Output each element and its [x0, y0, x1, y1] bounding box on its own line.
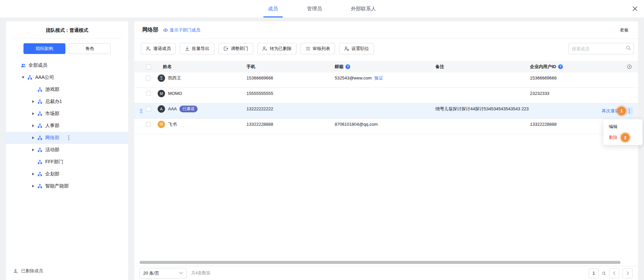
members-panel: 网络部 显示子部门成员 老板 邀请成员 批量导出 调整部门 转为已删除 — [134, 21, 638, 280]
horizontal-scrollbar[interactable] — [140, 261, 621, 264]
table-row[interactable]: 王 凯西王 15366669666 532543@wew.com 验证 1536… — [134, 72, 638, 88]
name-cell: 王 凯西王 — [158, 74, 247, 82]
caret-right-icon[interactable] — [31, 124, 36, 127]
tree-item-planning-dept[interactable]: 企划部 — [6, 168, 128, 180]
dept-title: 网络部 — [142, 26, 158, 34]
row-checkbox[interactable] — [146, 122, 151, 127]
search-input[interactable] — [568, 43, 634, 54]
department-icon — [38, 123, 43, 128]
caret-right-icon[interactable] — [31, 149, 36, 151]
tab-admins[interactable]: 管理员 — [302, 0, 327, 17]
page-size-select[interactable]: 20 条/页 — [140, 268, 186, 279]
move-out-icon — [223, 46, 228, 51]
person-x-icon — [262, 46, 267, 51]
tree-item-label: 活动部 — [45, 147, 59, 153]
more-icon[interactable] — [68, 135, 69, 141]
tab-external-contacts[interactable]: 外部联系人 — [346, 0, 381, 17]
row-more-button[interactable] — [626, 107, 633, 115]
show-sub-dept-label: 显示子部门成员 — [170, 27, 200, 33]
member-name: AAA — [168, 106, 177, 111]
column-header-user-id: 企业内用户ID ? — [530, 64, 631, 70]
column-settings-icon[interactable] — [627, 64, 632, 69]
move-to-deleted-button[interactable]: 转为已删除 — [257, 43, 297, 54]
deleted-members-entry[interactable]: 已删除成员 — [6, 262, 128, 280]
tree-item-smart-capacity-dept[interactable]: 智能产能部 — [6, 180, 128, 192]
menu-item-delete[interactable]: 删除 2 — [603, 132, 642, 143]
chevron-right-icon — [627, 271, 629, 275]
set-position-button[interactable]: 设置职位 — [339, 43, 374, 54]
email-header-label: 邮箱 — [335, 64, 343, 70]
tree-item-fff-dept[interactable]: FFF部门 — [6, 156, 128, 168]
department-tree: 全部成员 AAA公司 游戏部 总裁办1 — [6, 56, 128, 262]
chevron-down-icon — [179, 272, 183, 274]
tree-item-label: FFF部门 — [45, 159, 63, 165]
table-row-selected[interactable]: A AAA 已邀请 13222222222 绕弯儿翁探讨探讨44探讨534534… — [134, 103, 638, 119]
menu-item-edit[interactable]: 编辑 — [603, 121, 642, 132]
batch-export-button[interactable]: 批量导出 — [180, 43, 214, 54]
edit-label: 编辑 — [609, 124, 618, 130]
tab-members[interactable]: 成员 — [263, 0, 283, 17]
eye-icon — [163, 28, 168, 32]
caret-right-icon[interactable] — [31, 185, 36, 187]
org-structure-button[interactable]: 组织架构 — [23, 43, 65, 54]
members-icon — [21, 63, 26, 68]
review-list-button[interactable]: 审核列表 — [301, 43, 335, 54]
deleted-person-icon — [13, 269, 18, 274]
tree-item-activity-dept[interactable]: 活动部 — [6, 144, 128, 156]
next-page-button[interactable] — [623, 268, 633, 278]
caret-right-icon[interactable] — [31, 136, 36, 139]
tree-item-hr-dept[interactable]: 人事部 — [6, 120, 128, 132]
row-checkbox[interactable] — [146, 91, 151, 96]
caret-down-icon[interactable] — [21, 76, 25, 78]
help-icon[interactable]: ? — [558, 64, 563, 69]
content-area: 团队模式：普通模式 组织架构 角色 全部成员 AAA公司 — [6, 21, 638, 280]
role-button[interactable]: 角色 — [69, 43, 111, 54]
tree-item-ceo-office[interactable]: 总裁办1 — [6, 96, 128, 108]
review-list-label: 审核列表 — [313, 46, 330, 52]
caret-right-icon[interactable] — [31, 100, 36, 103]
department-icon — [38, 184, 43, 189]
adjust-department-button[interactable]: 调整部门 — [218, 43, 253, 54]
table-row[interactable]: 书 飞书 13322228888 8706101804@qq.com 13322… — [134, 119, 638, 134]
toolbar: 邀请成员 批量导出 调整部门 转为已删除 审核列表 设置职位 — [134, 39, 638, 58]
tree-item-label: AAA公司 — [35, 74, 54, 80]
user-id-header-label: 企业内用户ID — [530, 64, 556, 70]
tree-item-label: 人事部 — [45, 123, 59, 129]
email-value: 532543@wew.com — [335, 75, 372, 80]
row-checkbox[interactable] — [146, 75, 151, 80]
prev-page-button[interactable] — [609, 268, 619, 278]
sidebar-toggle: 组织架构 角色 — [6, 39, 128, 56]
verify-email-link[interactable]: 验证 — [374, 75, 383, 81]
department-icon — [38, 172, 43, 177]
tree-item-network-dept[interactable]: 网络部 — [6, 132, 128, 144]
current-page-box[interactable]: 1 — [589, 268, 599, 278]
dept-header: 网络部 显示子部门成员 老板 — [134, 21, 638, 39]
tree-item-company[interactable]: AAA公司 — [6, 71, 128, 83]
tree-item-marketing-dept[interactable]: 市场部 — [6, 108, 128, 120]
drag-handle-icon[interactable] — [140, 108, 143, 113]
batch-export-label: 批量导出 — [192, 46, 209, 52]
person-plus-icon — [146, 46, 151, 51]
avatar: M — [158, 90, 165, 97]
tree-item-all-members[interactable]: 全部成员 — [6, 59, 128, 71]
table-row[interactable]: M MOMO 15555555555 23232333 — [134, 88, 638, 103]
owner-label[interactable]: 老板 — [620, 27, 629, 33]
show-sub-dept-link[interactable]: 显示子部门成员 — [163, 27, 200, 33]
top-tabs: 成员 管理员 外部联系人 — [263, 0, 381, 17]
chevron-left-icon — [613, 271, 615, 275]
name-cell: A AAA 已邀请 — [158, 105, 247, 113]
close-icon[interactable] — [631, 5, 639, 12]
adjust-department-label: 调整部门 — [231, 46, 248, 52]
caret-right-icon[interactable] — [31, 112, 36, 115]
reinvite-link[interactable]: 再次邀请 — [602, 108, 619, 114]
table-footer: 20 条/页 共4条数据 1 /1 — [134, 266, 638, 280]
select-all-checkbox[interactable] — [146, 64, 151, 69]
table-header: 姓名 手机 邮箱 ? 备注 企业内用户ID ? — [134, 61, 638, 72]
help-icon[interactable]: ? — [345, 64, 350, 69]
user-id-cell: 23232333 — [530, 91, 631, 96]
tree-item-games-dept[interactable]: 游戏部 — [6, 83, 128, 96]
member-name: 凯西王 — [168, 75, 181, 81]
caret-right-icon[interactable] — [31, 173, 36, 175]
row-checkbox[interactable] — [146, 106, 151, 111]
invite-member-button[interactable]: 邀请成员 — [141, 43, 176, 54]
